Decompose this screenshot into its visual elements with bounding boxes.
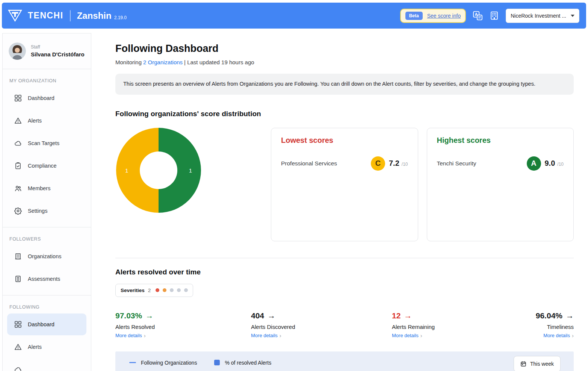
lowest-scores-title: Lowest scores <box>281 136 408 145</box>
sidebar: Staff Silvana D'Cristófaro MY ORGANIZATI… <box>2 33 91 371</box>
subtitle: Monitoring2 Organizations| Last updated … <box>115 59 574 65</box>
sidebar-item-label: Alerts <box>28 118 42 124</box>
legend-line-swatch <box>129 362 136 363</box>
legend-following-organizations: Following Organizations <box>129 360 197 366</box>
sidebar-item-label: Assessments <box>28 276 60 282</box>
sidebar-item-alerts[interactable]: Alerts <box>7 110 86 132</box>
user-profile-card[interactable]: Staff Silvana D'Cristófaro <box>3 33 91 69</box>
stat-label: Alerts Discovered <box>251 324 392 330</box>
sidebar-item-assessments[interactable]: Assessments <box>7 268 86 290</box>
section-my-organization: MY ORGANIZATION Dashboard Alerts Scan Ta… <box>3 69 91 222</box>
chevron-right-icon: › <box>144 333 146 338</box>
sidebar-item-label: Settings <box>28 208 47 214</box>
legend-square-swatch <box>214 360 220 365</box>
grade-badge: A <box>527 156 541 171</box>
sidebar-item-label: Dashboard <box>28 321 54 327</box>
chevron-right-icon: › <box>572 333 574 338</box>
more-details-link[interactable]: More details› <box>536 333 574 338</box>
legend-label: Following Organizations <box>141 360 197 366</box>
section-title: MY ORGANIZATION <box>3 69 91 86</box>
score-value: 9.0 <box>545 159 555 168</box>
legend-resolved-alerts: % of resolved Alerts <box>214 360 271 366</box>
org-selector-value: NiceRock Investment ... <box>511 13 566 19</box>
app-name: Zanshin <box>77 11 112 21</box>
severities-count: 2 <box>148 288 151 293</box>
more-details-link[interactable]: More details› <box>251 333 392 338</box>
see-score-info-link[interactable]: See score info <box>427 13 461 19</box>
sidebar-item-compliance[interactable]: Compliance <box>7 155 86 177</box>
app-version: 2.19.0 <box>114 15 127 20</box>
sidebar-item-scan-targets[interactable]: Scan Targets <box>7 132 86 154</box>
arrow-right-icon[interactable]: → <box>404 311 412 320</box>
sidebar-item-label: Alerts <box>28 344 42 350</box>
sidebar-item-members[interactable]: Members <box>7 177 86 199</box>
stat-value: 404→ <box>251 311 392 320</box>
topbar: TENCHI Zanshin 2.19.0 Beta See score inf… <box>2 3 586 29</box>
score-distribution-heading: Following organizations' score distribut… <box>115 110 574 118</box>
lowest-scores-card: Lowest scores Professional Services C 7.… <box>271 128 418 241</box>
chevron-right-icon: › <box>420 333 422 338</box>
topbar-actions: Beta See score info A <box>400 9 579 23</box>
score-distribution-donut-chart[interactable]: 1 1 <box>116 128 201 213</box>
severity-dot-critical <box>156 288 159 292</box>
score-row: 1 1 Lowest scores Professional Services … <box>115 128 574 241</box>
translate-icon[interactable]: A <box>473 11 483 21</box>
last-updated-label: | Last updated 19 hours ago <box>184 59 254 65</box>
stat-value: 12→ <box>392 311 536 320</box>
organizations-link[interactable]: 2 Organizations <box>143 59 183 65</box>
stat-label: Timeliness <box>536 324 574 330</box>
donut-segment-label: 1 <box>125 167 128 173</box>
org-selector-dropdown[interactable]: NiceRock Investment ... <box>506 9 579 23</box>
severity-dot <box>184 288 188 292</box>
highest-score-row: Tenchi Security A 9.0 /10 <box>437 156 564 171</box>
arrow-right-icon[interactable]: → <box>145 311 153 320</box>
chevron-right-icon: › <box>280 333 281 338</box>
sidebar-item-label: Scan Targets <box>28 140 59 146</box>
beta-badge: Beta <box>405 12 423 20</box>
sidebar-item-partial[interactable] <box>7 359 86 371</box>
sidebar-item-dashboard[interactable]: Dashboard <box>7 87 86 109</box>
main-content: Following Dashboard Monitoring2 Organiza… <box>115 33 574 371</box>
stats-row: 97.03%→ Alerts Resolved More details› 40… <box>115 311 574 338</box>
more-details-link[interactable]: More details› <box>115 333 251 338</box>
sidebar-nav: MY ORGANIZATION Dashboard Alerts Scan Ta… <box>3 69 91 371</box>
warning-icon <box>14 117 22 124</box>
user-role: Staff <box>31 44 85 50</box>
score-group: A 9.0 /10 <box>527 156 564 171</box>
severity-dot <box>170 288 174 292</box>
score-denominator: /10 <box>557 162 564 167</box>
donut-hole <box>140 151 177 189</box>
sidebar-item-label: Compliance <box>28 163 57 169</box>
assessment-list-icon <box>14 275 22 283</box>
grid-icon <box>14 94 22 102</box>
grade-badge: C <box>371 156 385 171</box>
legend-label: % of resolved Alerts <box>225 360 271 366</box>
more-details-link[interactable]: More details› <box>392 333 536 338</box>
severities-filter-chip[interactable]: Severities 2 <box>115 284 193 297</box>
section-title: FOLLOWING <box>3 295 91 313</box>
sidebar-item-following-alerts[interactable]: Alerts <box>7 336 86 358</box>
arrow-right-icon[interactable]: → <box>268 311 275 320</box>
tenchi-logo-icon <box>7 9 23 23</box>
chevron-down-icon <box>571 15 574 17</box>
sidebar-item-settings[interactable]: Settings <box>7 200 86 222</box>
stat-alerts-remaining: 12→ Alerts Remaining More details› <box>392 311 536 338</box>
sidebar-item-organizations[interactable]: Organizations <box>7 245 86 267</box>
lowest-score-row: Professional Services C 7.2 /10 <box>281 156 408 171</box>
period-selector-button[interactable]: This week <box>514 356 561 371</box>
arrow-right-icon[interactable]: → <box>566 311 574 320</box>
brand-group: TENCHI Zanshin 2.19.0 <box>7 9 127 23</box>
section-title: FOLLOWERS <box>3 227 91 245</box>
stat-alerts-discovered: 404→ Alerts Discovered More details› <box>251 311 392 338</box>
stat-value: 96.04%→ <box>536 311 574 320</box>
stat-value: 97.03%→ <box>115 311 251 320</box>
score-group: C 7.2 /10 <box>371 156 408 171</box>
building-icon <box>14 253 22 260</box>
highest-scores-card: Highest scores Tenchi Security A 9.0 /10 <box>427 128 574 241</box>
sidebar-item-label: Dashboard <box>28 95 54 101</box>
severity-dot-high <box>163 288 166 292</box>
organization-building-icon[interactable] <box>490 11 499 20</box>
section-followers: FOLLOWERS Organizations Assessments <box>3 227 91 290</box>
sidebar-item-following-dashboard[interactable]: Dashboard <box>7 313 86 335</box>
stat-label: Alerts Resolved <box>115 324 251 330</box>
